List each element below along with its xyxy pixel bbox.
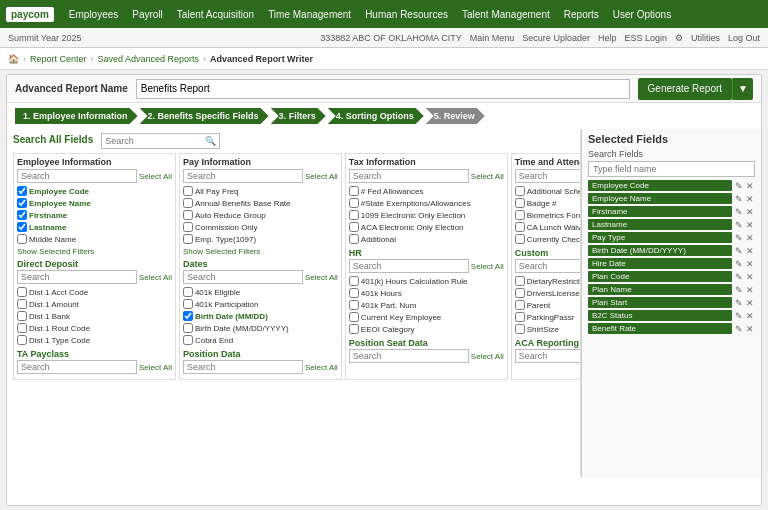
- edit-employee-code-btn[interactable]: ✎: [734, 181, 744, 191]
- edit-plan-start-btn[interactable]: ✎: [734, 298, 744, 308]
- report-name-input[interactable]: [136, 79, 630, 99]
- nav-talent-acquisition[interactable]: Talent Acquisition: [170, 9, 261, 20]
- company-year: Summit Year 2025: [8, 33, 82, 43]
- hr-search[interactable]: [349, 259, 469, 273]
- secure-uploader-link[interactable]: Secure Uploader: [522, 33, 590, 43]
- hr-select-all[interactable]: Select All: [471, 262, 504, 271]
- remove-plan-code-btn[interactable]: ✕: [745, 272, 755, 282]
- time-attendance-search[interactable]: [515, 169, 581, 183]
- aca-search[interactable]: [515, 349, 581, 363]
- list-item: Annual Benefits Base Rate: [183, 197, 338, 209]
- step-1[interactable]: 1. Employee Information: [15, 108, 138, 124]
- employee-info-select-all[interactable]: Select All: [139, 172, 172, 181]
- ta-payclass-label: TA Payclass: [17, 349, 172, 359]
- remove-birth-date-btn[interactable]: ✕: [745, 246, 755, 256]
- logout-link[interactable]: Log Out: [728, 33, 760, 43]
- nav-user-options[interactable]: User Options: [606, 9, 678, 20]
- position-data-search[interactable]: [183, 360, 303, 374]
- remove-hire-date-btn[interactable]: ✕: [745, 259, 755, 269]
- list-item: ParkingPassr: [515, 311, 581, 323]
- remove-plan-name-btn[interactable]: ✕: [745, 285, 755, 295]
- list-item: #State Exemptions/Allowances: [349, 197, 504, 209]
- pay-info-select-all[interactable]: Select All: [305, 172, 338, 181]
- edit-hire-date-btn[interactable]: ✎: [734, 259, 744, 269]
- ta-payclass-search[interactable]: [17, 360, 137, 374]
- ess-login-link[interactable]: ESS Login: [624, 33, 667, 43]
- list-item: ShirtSize: [515, 323, 581, 335]
- search-fields-input[interactable]: [588, 161, 755, 177]
- breadcrumb-report-center[interactable]: Report Center: [30, 54, 87, 64]
- direct-deposit-search[interactable]: [17, 270, 137, 284]
- utilities-link[interactable]: Utilities: [691, 33, 720, 43]
- employee-info-section: Employee Information Select All Employee…: [13, 153, 176, 380]
- edit-plan-code-btn[interactable]: ✎: [734, 272, 744, 282]
- nav-reports[interactable]: Reports: [557, 9, 606, 20]
- step-4[interactable]: 4. Sorting Options: [328, 108, 424, 124]
- show-selected-filters-pay[interactable]: Show Selected Filters: [183, 247, 338, 256]
- nav-time-management[interactable]: Time Management: [261, 9, 358, 20]
- dates-search[interactable]: [183, 270, 303, 284]
- list-item: Additional: [349, 233, 504, 245]
- custom-label: Custom: [515, 248, 581, 258]
- employee-info-search[interactable]: [17, 169, 137, 183]
- ta-payclass-select-all[interactable]: Select All: [139, 363, 172, 372]
- remove-firstname-btn[interactable]: ✕: [745, 207, 755, 217]
- custom-search[interactable]: [515, 259, 581, 273]
- time-attendance-title: Time and Attendance: [515, 157, 581, 167]
- nav-human-resources[interactable]: Human Resources: [358, 9, 455, 20]
- position-data-select-all[interactable]: Select All: [305, 363, 338, 372]
- edit-firstname-btn[interactable]: ✎: [734, 207, 744, 217]
- pay-info-title: Pay Information: [183, 157, 338, 167]
- edit-plan-name-btn[interactable]: ✎: [734, 285, 744, 295]
- list-item: Parent: [515, 299, 581, 311]
- breadcrumb-saved-reports[interactable]: Saved Advanced Reports: [98, 54, 200, 64]
- tax-info-search[interactable]: [349, 169, 469, 183]
- show-selected-filters-emp[interactable]: Show Selected Filters: [17, 247, 172, 256]
- home-icon[interactable]: 🏠: [8, 54, 19, 64]
- logo-text: paycom: [11, 9, 49, 20]
- main-menu-link[interactable]: Main Menu: [470, 33, 515, 43]
- position-data-label: Position Data: [183, 349, 338, 359]
- list-item: All Pay Freq: [183, 185, 338, 197]
- field-tag-b2c-status: B2C Status: [588, 310, 732, 321]
- list-item: Badge #: [515, 197, 581, 209]
- remove-plan-start-btn[interactable]: ✕: [745, 298, 755, 308]
- edit-employee-name-btn[interactable]: ✎: [734, 194, 744, 204]
- help-link[interactable]: Help: [598, 33, 617, 43]
- step-3[interactable]: 3. Filters: [271, 108, 326, 124]
- remove-pay-type-btn[interactable]: ✕: [745, 233, 755, 243]
- list-item: Emp. Type(1097): [183, 233, 338, 245]
- dates-select-all[interactable]: Select All: [305, 273, 338, 282]
- position-seat-select-all[interactable]: Select All: [471, 352, 504, 361]
- tax-info-title: Tax Information: [349, 157, 504, 167]
- list-item: Current Key Employee: [349, 311, 504, 323]
- position-seat-search[interactable]: [349, 349, 469, 363]
- remove-employee-code-btn[interactable]: ✕: [745, 181, 755, 191]
- step-5[interactable]: 5. Review: [426, 108, 485, 124]
- step-2[interactable]: 2. Benefits Specific Fields: [140, 108, 269, 124]
- tax-info-select-all[interactable]: Select All: [471, 172, 504, 181]
- remove-employee-name-btn[interactable]: ✕: [745, 194, 755, 204]
- edit-birth-date-btn[interactable]: ✎: [734, 246, 744, 256]
- nav-employees[interactable]: Employees: [62, 9, 125, 20]
- direct-deposit-select-all[interactable]: Select All: [139, 273, 172, 282]
- utilities-icon[interactable]: ⚙: [675, 33, 683, 43]
- list-item: 401k Eligible: [183, 286, 338, 298]
- main-search-input[interactable]: [105, 136, 205, 146]
- nav-talent-management[interactable]: Talent Management: [455, 9, 557, 20]
- edit-benefit-rate-btn[interactable]: ✎: [734, 324, 744, 334]
- generate-report-button[interactable]: Generate Report: [638, 78, 733, 100]
- remove-benefit-rate-btn[interactable]: ✕: [745, 324, 755, 334]
- list-item: 401k Hours: [349, 287, 504, 299]
- hr-list: 401(k) Hours Calculation Rule 401k Hours…: [349, 275, 504, 335]
- remove-lastname-btn[interactable]: ✕: [745, 220, 755, 230]
- report-name-label: Advanced Report Name: [15, 83, 128, 94]
- edit-lastname-btn[interactable]: ✎: [734, 220, 744, 230]
- generate-report-dropdown[interactable]: ▼: [732, 78, 753, 100]
- nav-payroll[interactable]: Payroll: [125, 9, 170, 20]
- edit-b2c-status-btn[interactable]: ✎: [734, 311, 744, 321]
- hr-label: HR: [349, 248, 504, 258]
- pay-info-search[interactable]: [183, 169, 303, 183]
- edit-pay-type-btn[interactable]: ✎: [734, 233, 744, 243]
- remove-b2c-status-btn[interactable]: ✕: [745, 311, 755, 321]
